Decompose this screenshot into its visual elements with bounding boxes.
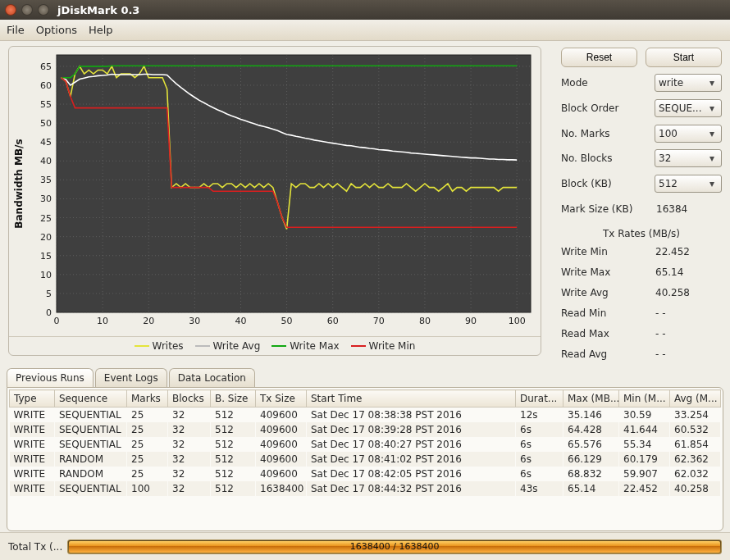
menubar: File Options Help (0, 20, 730, 41)
start-button[interactable]: Start (646, 48, 722, 67)
cell-blocks: 32 (168, 481, 211, 496)
svg-text:45: 45 (40, 137, 52, 148)
cell-duration: 6s (516, 422, 563, 437)
mark-size-value: 16384 (655, 203, 722, 215)
cell-max: 65.14 (563, 481, 619, 496)
write-max-label: Write Max (561, 266, 655, 278)
cell-avg: 62.032 (670, 467, 721, 481)
svg-text:Bandwidth MB/s: Bandwidth MB/s (13, 139, 25, 228)
tab-event-logs[interactable]: Event Logs (95, 368, 167, 387)
read-min-label: Read Min (561, 307, 655, 319)
cell-marks: 25 (127, 467, 168, 481)
svg-text:90: 90 (465, 316, 477, 326)
svg-text:60: 60 (40, 80, 52, 91)
svg-text:10: 10 (40, 270, 52, 280)
reset-button[interactable]: Reset (561, 48, 637, 67)
cell-duration: 43s (516, 481, 563, 496)
table-row[interactable]: WRITERANDOM2532512409600Sat Dec 17 08:42… (10, 467, 721, 481)
cell-min: 22.452 (619, 481, 670, 496)
cell-type: WRITE (10, 452, 55, 467)
cell-bsize: 512 (211, 481, 256, 496)
col-duration[interactable]: Durat... (516, 390, 563, 407)
menu-options[interactable]: Options (36, 24, 77, 36)
cell-sequence: SEQUENTIAL (55, 437, 127, 452)
cell-min: 59.907 (619, 467, 670, 481)
cell-txsize: 409600 (256, 437, 307, 452)
cell-duration: 6s (516, 437, 563, 452)
cell-start: Sat Dec 17 08:41:02 PST 2016 (307, 452, 516, 467)
block-order-label: Block Order (561, 102, 655, 114)
cell-txsize: 409600 (256, 422, 307, 437)
cell-start: Sat Dec 17 08:39:28 PST 2016 (307, 422, 516, 437)
table-row[interactable]: WRITESEQUENTIAL100325121638400Sat Dec 17… (10, 481, 721, 496)
cell-txsize: 409600 (256, 407, 307, 423)
cell-sequence: RANDOM (55, 467, 127, 481)
svg-text:60: 60 (327, 316, 339, 326)
col-txsize[interactable]: Tx Size (256, 390, 307, 407)
svg-text:0: 0 (46, 307, 52, 318)
col-sequence[interactable]: Sequence (55, 390, 127, 407)
table-row[interactable]: WRITERANDOM2532512409600Sat Dec 17 08:41… (10, 452, 721, 467)
cell-marks: 25 (127, 407, 168, 423)
no-blocks-label: No. Blocks (561, 153, 655, 164)
cell-min: 30.59 (619, 407, 670, 423)
col-type[interactable]: Type (10, 390, 55, 407)
cell-bsize: 512 (211, 467, 256, 481)
table-row[interactable]: WRITESEQUENTIAL2532512409600Sat Dec 17 0… (10, 407, 721, 423)
col-avg[interactable]: Avg (M... (670, 390, 721, 407)
col-start[interactable]: Start Time (307, 390, 516, 407)
no-blocks-combo[interactable]: 32▾ (655, 149, 722, 167)
chart-legend: Writes Write Avg Write Max Write Min (9, 336, 541, 355)
table-row[interactable]: WRITESEQUENTIAL2532512409600Sat Dec 17 0… (10, 437, 721, 452)
tab-previous-runs[interactable]: Previous Runs (7, 368, 94, 387)
col-marks[interactable]: Marks (127, 390, 168, 407)
mode-label: Mode (561, 77, 655, 89)
menu-file[interactable]: File (7, 24, 25, 36)
previous-runs-table-panel: Type Sequence Marks Blocks B. Size Tx Si… (7, 387, 723, 531)
svg-text:50: 50 (40, 118, 52, 129)
cell-max: 66.129 (563, 452, 619, 467)
previous-runs-table[interactable]: Type Sequence Marks Blocks B. Size Tx Si… (9, 389, 721, 496)
cell-start: Sat Dec 17 08:44:32 PST 2016 (307, 481, 516, 496)
block-order-combo[interactable]: SEQUE...▾ (655, 99, 722, 117)
status-bar: Total Tx (... 1638400 / 1638400 (0, 532, 730, 560)
col-max[interactable]: Max (MB... (563, 390, 619, 407)
window-minimize-button[interactable] (21, 4, 33, 16)
no-marks-combo[interactable]: 100▾ (655, 125, 722, 143)
svg-text:65: 65 (40, 61, 52, 72)
svg-text:20: 20 (143, 316, 154, 326)
col-bsize[interactable]: B. Size (211, 390, 256, 407)
cell-type: WRITE (10, 481, 55, 496)
cell-avg: 62.362 (670, 452, 721, 467)
cell-avg: 61.854 (670, 437, 721, 452)
cell-max: 68.832 (563, 467, 619, 481)
cell-txsize: 409600 (256, 452, 307, 467)
cell-duration: 6s (516, 467, 563, 481)
control-panel: Reset Start Mode write▾ Block Order SEQU… (558, 41, 730, 365)
cell-blocks: 32 (168, 452, 211, 467)
col-blocks[interactable]: Blocks (168, 390, 211, 407)
table-row[interactable]: WRITESEQUENTIAL2532512409600Sat Dec 17 0… (10, 422, 721, 437)
menu-help[interactable]: Help (89, 24, 113, 36)
chevron-down-icon: ▾ (706, 128, 718, 139)
tab-data-location[interactable]: Data Location (169, 368, 255, 387)
block-kb-combo[interactable]: 512▾ (655, 175, 722, 193)
window-maximize-button[interactable] (38, 4, 49, 16)
read-avg-label: Read Avg (561, 348, 655, 360)
mark-size-label: Mark Size (KB) (561, 203, 655, 215)
svg-text:10: 10 (97, 316, 108, 326)
svg-text:35: 35 (40, 175, 52, 185)
progress-bar: 1638400 / 1638400 (67, 540, 722, 554)
cell-max: 65.576 (563, 437, 619, 452)
cell-bsize: 512 (211, 437, 256, 452)
tab-strip: Previous Runs Event Logs Data Location (7, 368, 723, 387)
mode-combo[interactable]: write▾ (655, 74, 722, 92)
bandwidth-chart: 0102030405060708090100051015202530354045… (8, 46, 541, 356)
col-min[interactable]: Min (M... (619, 390, 670, 407)
svg-text:30: 30 (40, 193, 52, 204)
write-min-label: Write Min (561, 246, 655, 257)
svg-text:80: 80 (419, 316, 431, 326)
read-max-value: - - (655, 328, 665, 339)
window-close-button[interactable] (5, 4, 16, 16)
cell-min: 41.644 (619, 422, 670, 437)
